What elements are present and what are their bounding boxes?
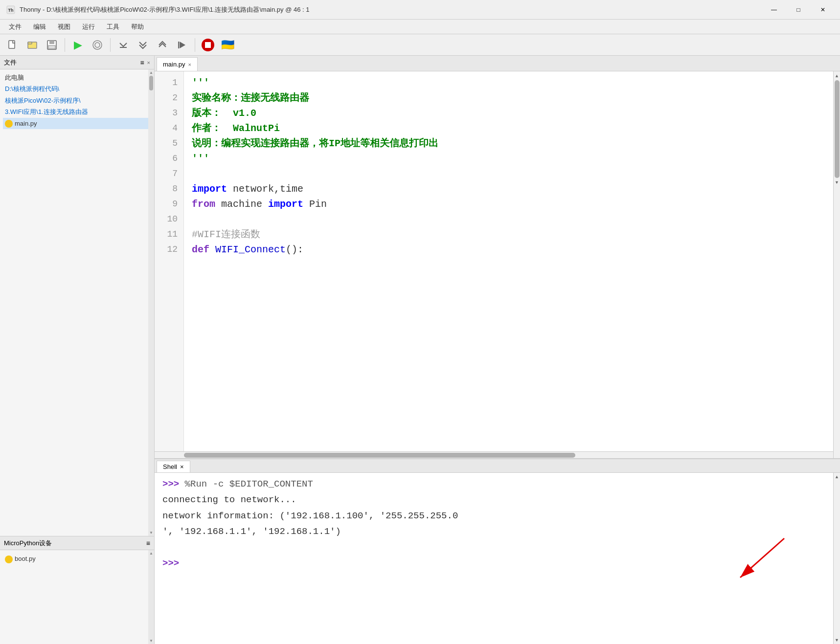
files-panel-header: 文件 ≡ × bbox=[0, 56, 154, 69]
editor-vscroll-up[interactable]: ▲ bbox=[834, 72, 840, 79]
shell-line-1: >>> %Run -c $EDITOR_CONTENT bbox=[162, 477, 825, 491]
code-line-5: 说明：编程实现连接路由器，将IP地址等相关信息打印出 bbox=[192, 136, 833, 151]
line-num-11: 11 bbox=[155, 227, 183, 242]
editor-tab-main[interactable]: main.py × bbox=[157, 57, 198, 71]
resume-button[interactable] bbox=[173, 36, 191, 54]
minimize-button[interactable]: — bbox=[763, 2, 785, 17]
shell-with-scroll: >>> %Run -c $EDITOR_CONTENT connecting t… bbox=[155, 473, 840, 644]
shell-content[interactable]: >>> %Run -c $EDITOR_CONTENT connecting t… bbox=[155, 473, 833, 644]
menu-edit[interactable]: 编辑 bbox=[28, 21, 51, 33]
step-out-button[interactable] bbox=[154, 36, 171, 54]
line-num-1: 1 bbox=[155, 75, 183, 90]
svg-rect-14 bbox=[205, 42, 211, 48]
toolbar-separator-2 bbox=[110, 38, 111, 52]
flag-button[interactable]: 🇺🇦 bbox=[219, 36, 236, 54]
line-num-6: 6 bbox=[155, 151, 183, 166]
scroll-up-arrow[interactable]: ▲ bbox=[148, 69, 154, 75]
save-button[interactable] bbox=[43, 36, 61, 54]
hamburger-icon[interactable]: ≡ bbox=[140, 59, 144, 67]
line-numbers: 1 2 3 4 5 6 7 8 9 10 11 12 bbox=[155, 71, 184, 451]
line-num-10: 10 bbox=[155, 212, 183, 227]
file-tree-root[interactable]: 此电脑 bbox=[3, 72, 151, 83]
sidebar: 文件 ≡ × 此电脑 D:\核桃派例程代码\ 核桃派PicoW\02-示例程序\… bbox=[0, 56, 155, 644]
svg-rect-2 bbox=[9, 41, 15, 48]
step-over-button[interactable] bbox=[114, 36, 132, 54]
tab-label: main.py bbox=[163, 61, 185, 68]
shell-panel: Shell × >>> %Run -c $EDITOR_CONTENT conn… bbox=[155, 458, 840, 644]
line-num-9: 9 bbox=[155, 197, 183, 212]
line-num-7: 7 bbox=[155, 166, 183, 181]
editor-vscroll-down[interactable]: ▼ bbox=[834, 179, 840, 186]
editor-area: main.py × 1 2 3 4 5 6 7 8 bbox=[155, 56, 840, 644]
menu-help[interactable]: 帮助 bbox=[126, 21, 149, 33]
code-line-8: import network,time bbox=[192, 181, 833, 197]
svg-point-9 bbox=[95, 43, 100, 47]
file-python-icon bbox=[5, 120, 13, 128]
code-line-1: ''' bbox=[192, 75, 833, 90]
micropython-panel-label: MicroPython设备 bbox=[4, 539, 52, 548]
line-num-2: 2 bbox=[155, 90, 183, 106]
code-line-3: 版本： v1.0 bbox=[192, 106, 833, 121]
code-editor[interactable]: 1 2 3 4 5 6 7 8 9 10 11 12 bbox=[155, 71, 833, 451]
main-layout: 文件 ≡ × 此电脑 D:\核桃派例程代码\ 核桃派PicoW\02-示例程序\… bbox=[0, 56, 840, 644]
editor-hscroll[interactable] bbox=[155, 451, 833, 458]
files-panel-close[interactable]: × bbox=[147, 60, 150, 66]
code-line-11: #WIFI连接函数 bbox=[192, 227, 833, 242]
file-tree-path2[interactable]: 核桃派PicoW\02-示例程序\ bbox=[3, 95, 151, 107]
run-button[interactable]: ▶ bbox=[69, 36, 87, 54]
stop-button[interactable] bbox=[199, 36, 217, 54]
code-line-6: ''' bbox=[192, 151, 833, 166]
window-controls: — □ ✕ bbox=[763, 2, 834, 17]
shell-tab-close[interactable]: × bbox=[180, 463, 184, 470]
file-tree-path1[interactable]: D:\核桃派例程代码\ bbox=[3, 83, 151, 95]
toolbar: ▶ 🇺🇦 bbox=[0, 34, 840, 56]
code-line-4: 作者： WalnutPi bbox=[192, 121, 833, 136]
shell-vscroll[interactable]: ▲ ▼ bbox=[833, 473, 840, 644]
micropython-file[interactable]: boot.py bbox=[3, 553, 151, 565]
shell-line-4: ', '192.168.1.1', '192.168.1.1') bbox=[162, 524, 825, 539]
code-line-9: from machine import Pin bbox=[192, 197, 833, 212]
editor-vscroll-thumb[interactable] bbox=[835, 80, 840, 178]
mp-scroll-down-arrow[interactable]: ▼ bbox=[148, 639, 154, 643]
code-content[interactable]: ''' 实验名称：连接无线路由器 版本： v1.0 作者： WalnutPi bbox=[184, 71, 833, 451]
menu-view[interactable]: 视图 bbox=[53, 21, 75, 33]
files-vscroll[interactable]: ▲ ▼ bbox=[148, 69, 154, 536]
files-panel-label: 文件 bbox=[4, 58, 17, 67]
new-file-button[interactable] bbox=[4, 36, 22, 54]
micropython-vscroll[interactable]: ▲ ▼ bbox=[148, 550, 154, 644]
menu-file[interactable]: 文件 bbox=[4, 21, 26, 33]
micropython-hamburger-icon[interactable]: ≡ bbox=[146, 539, 150, 547]
editor-vscroll[interactable]: ▲ ▼ bbox=[833, 71, 840, 458]
line-num-12: 12 bbox=[155, 242, 183, 257]
shell-line-3: network information: ('192.168.1.100', '… bbox=[162, 509, 825, 523]
close-button[interactable]: ✕ bbox=[812, 2, 834, 17]
shell-line-2: connecting to network... bbox=[162, 492, 825, 507]
shell-tab[interactable]: Shell × bbox=[157, 461, 190, 472]
micropython-panel-content: boot.py ▲ ▼ bbox=[0, 550, 154, 644]
shell-tab-bar: Shell × bbox=[155, 459, 840, 473]
debug-button[interactable] bbox=[89, 36, 106, 54]
maximize-button[interactable]: □ bbox=[787, 2, 810, 17]
code-line-2: 实验名称：连接无线路由器 bbox=[192, 90, 833, 106]
line-num-8: 8 bbox=[155, 181, 183, 197]
tab-close-button[interactable]: × bbox=[188, 62, 191, 67]
svg-marker-11 bbox=[180, 42, 185, 48]
svg-rect-7 bbox=[48, 45, 55, 49]
hscroll-thumb bbox=[184, 453, 575, 458]
menu-run[interactable]: 运行 bbox=[77, 21, 100, 33]
menu-tools[interactable]: 工具 bbox=[102, 21, 124, 33]
shell-scroll-up[interactable]: ▲ bbox=[833, 473, 840, 481]
code-line-7 bbox=[192, 166, 833, 181]
file-tree-path3[interactable]: 3.WIFI应用\1.连接无线路由器 bbox=[3, 106, 151, 118]
shell-scroll-down[interactable]: ▼ bbox=[833, 636, 840, 644]
open-file-button[interactable] bbox=[23, 36, 41, 54]
svg-rect-6 bbox=[49, 41, 54, 44]
mp-scroll-up-arrow[interactable]: ▲ bbox=[148, 550, 154, 555]
shell-tab-label: Shell bbox=[163, 463, 177, 470]
line-num-3: 3 bbox=[155, 106, 183, 121]
file-tree-file[interactable]: main.py bbox=[3, 118, 151, 130]
title-bar: Th Thonny - D:\核桃派例程代码\核桃派PicoW\02-示例程序\… bbox=[0, 0, 840, 20]
line-num-5: 5 bbox=[155, 136, 183, 151]
scroll-down-arrow[interactable]: ▼ bbox=[148, 531, 154, 535]
step-into-button[interactable] bbox=[134, 36, 152, 54]
